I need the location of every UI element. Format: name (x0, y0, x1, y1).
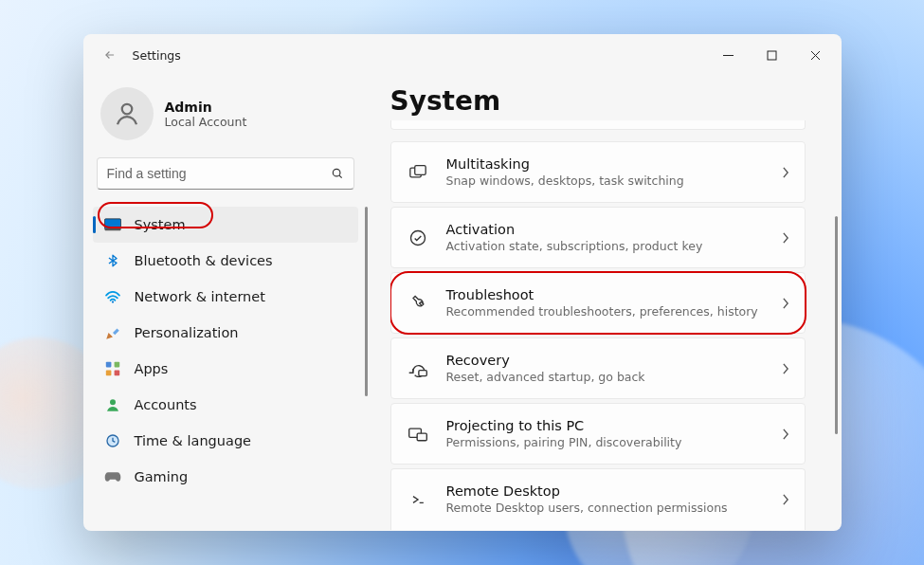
sidebar-item-label: Time & language (135, 433, 252, 448)
svg-point-1 (121, 104, 132, 115)
svg-point-14 (410, 230, 425, 245)
accounts-icon (104, 396, 121, 413)
content-scrollbar[interactable] (835, 216, 838, 434)
search-icon (331, 167, 344, 180)
card-title: Troubleshoot (446, 286, 758, 304)
nav: System Bluetooth & devices Network & int… (93, 207, 358, 495)
card-title: Activation (446, 221, 703, 239)
sidebar-item-personalization[interactable]: Personalization (93, 315, 358, 351)
close-button[interactable] (794, 40, 838, 70)
sidebar-item-label: System (135, 217, 186, 232)
chevron-right-icon (782, 167, 789, 178)
svg-rect-15 (418, 371, 426, 376)
titlebar: Settings (83, 34, 842, 76)
svg-rect-0 (768, 51, 776, 60)
card-multitasking[interactable]: Multitasking Snap windows, desktops, tas… (390, 141, 806, 203)
window-controls (707, 40, 838, 70)
search-input[interactable] (107, 166, 331, 181)
card-title: Remote Desktop (446, 483, 728, 501)
card-remotedesktop[interactable]: Remote Desktop Remote Desktop users, con… (390, 468, 806, 529)
avatar (100, 87, 154, 140)
svg-rect-4 (104, 228, 120, 230)
remotedesktop-icon (407, 491, 429, 508)
recovery-icon (407, 360, 429, 377)
card-sub: Snap windows, desktops, task switching (446, 173, 684, 189)
card-title: Multitasking (446, 155, 684, 173)
card-troubleshoot[interactable]: Troubleshoot Recommended troubleshooters… (390, 272, 806, 334)
activation-icon (407, 228, 429, 247)
svg-rect-8 (105, 371, 111, 376)
sidebar-item-gaming[interactable]: Gaming (93, 459, 358, 495)
sidebar-item-network[interactable]: Network & internet (93, 279, 358, 315)
user-sub: Local Account (165, 115, 247, 129)
svg-rect-7 (114, 362, 119, 368)
sidebar-item-label: Network & internet (135, 289, 265, 304)
back-button[interactable] (97, 42, 123, 68)
card-sub: Activation state, subscriptions, product… (446, 239, 703, 254)
svg-rect-9 (114, 371, 119, 376)
minimize-button[interactable] (707, 40, 751, 70)
settings-window: Settings Admin Local Account (83, 34, 842, 531)
svg-rect-17 (417, 433, 426, 441)
window-title: Settings (133, 48, 181, 63)
sidebar-item-system[interactable]: System (93, 207, 358, 243)
card-activation[interactable]: Activation Activation state, subscriptio… (390, 207, 806, 268)
sidebar: Admin Local Account System (83, 76, 368, 531)
chevron-right-icon (782, 232, 789, 244)
card-partial-top (390, 120, 806, 130)
sidebar-item-label: Bluetooth & devices (135, 253, 273, 268)
chevron-right-icon (782, 428, 789, 440)
sidebar-item-label: Apps (135, 361, 169, 376)
troubleshoot-icon (407, 294, 429, 313)
system-icon (104, 216, 121, 233)
sidebar-item-accounts[interactable]: Accounts (93, 387, 358, 423)
maximize-button[interactable] (751, 40, 794, 70)
sidebar-item-bluetooth[interactable]: Bluetooth & devices (93, 243, 358, 279)
time-icon (104, 432, 121, 449)
svg-rect-3 (104, 219, 120, 229)
card-sub: Recommended troubleshooters, preferences… (446, 304, 758, 319)
card-sub: Permissions, pairing PIN, discoverabilit… (446, 435, 682, 450)
network-icon (104, 288, 121, 305)
sidebar-item-apps[interactable]: Apps (93, 351, 358, 387)
user-name: Admin (165, 100, 247, 115)
search-box[interactable] (97, 157, 354, 190)
chevron-right-icon (782, 363, 789, 374)
card-sub: Reset, advanced startup, go back (446, 370, 645, 385)
sidebar-item-time[interactable]: Time & language (93, 423, 358, 459)
multitasking-icon (407, 164, 429, 181)
gaming-icon (104, 468, 121, 485)
svg-point-5 (111, 301, 113, 302)
projecting-icon (407, 426, 429, 443)
card-recovery[interactable]: Recovery Reset, advanced startup, go bac… (390, 337, 806, 399)
svg-point-2 (333, 169, 340, 176)
sidebar-item-label: Accounts (135, 397, 197, 412)
personalization-icon (104, 324, 121, 341)
card-title: Recovery (446, 352, 645, 370)
sidebar-item-label: Gaming (135, 469, 189, 484)
chevron-right-icon (782, 494, 789, 505)
card-sub: Remote Desktop users, connection permiss… (446, 501, 728, 516)
cards-list: Multitasking Snap windows, desktops, tas… (390, 120, 819, 531)
user-block[interactable]: Admin Local Account (93, 76, 358, 157)
bluetooth-icon (104, 252, 121, 269)
svg-point-10 (110, 399, 116, 405)
card-title: Projecting to this PC (446, 417, 682, 435)
content: System Multitasking Snap windows, deskto… (368, 76, 842, 531)
svg-rect-6 (105, 362, 111, 368)
apps-icon (104, 360, 121, 377)
page-title: System (390, 76, 819, 120)
sidebar-item-label: Personalization (135, 325, 239, 340)
svg-rect-13 (414, 165, 425, 174)
chevron-right-icon (782, 298, 789, 309)
card-projecting[interactable]: Projecting to this PC Permissions, pairi… (390, 403, 806, 465)
